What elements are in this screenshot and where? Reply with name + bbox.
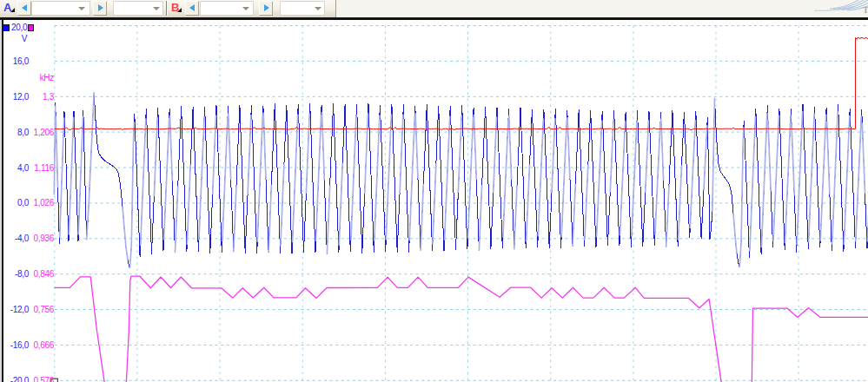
- svg-text:Tı: Tı: [863, 5, 868, 15]
